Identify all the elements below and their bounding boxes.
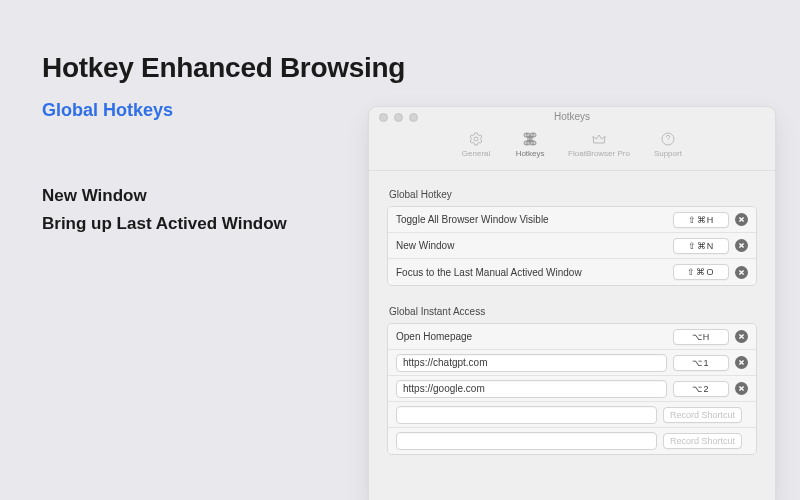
titlebar: Hotkeys [369, 107, 775, 127]
shortcut-recorder[interactable]: ⇧⌘N [673, 238, 729, 254]
section-label-instant-access: Global Instant Access [389, 306, 757, 317]
shortcut-recorder[interactable]: Record Shortcut [663, 407, 742, 423]
instant-url-input[interactable] [396, 432, 657, 450]
section-label-global-hotkey: Global Hotkey [389, 189, 757, 200]
toolbar: General Hotkeys FloatBrowser Pro Support [369, 127, 775, 171]
group-instant-access: Open Homepage ⌥H https://chatgpt.com ⌥1 … [387, 323, 757, 455]
instant-url-input[interactable] [396, 406, 657, 424]
clear-shortcut-button[interactable] [735, 330, 748, 343]
instant-row: Record Shortcut [388, 402, 756, 428]
tab-label: Support [654, 149, 682, 158]
instant-row: https://google.com ⌥2 [388, 376, 756, 402]
shortcut-recorder[interactable]: ⌥2 [673, 381, 729, 397]
window-title: Hotkeys [369, 111, 775, 122]
hero-feature-1: New Window [42, 186, 147, 206]
hotkey-label: Toggle All Browser Window Visible [396, 214, 673, 225]
instant-row: https://chatgpt.com ⌥1 [388, 350, 756, 376]
instant-url-input[interactable]: https://chatgpt.com [396, 354, 667, 372]
hero-feature-2: Bring up Last Actived Window [42, 214, 287, 234]
instant-row: Open Homepage ⌥H [388, 324, 756, 350]
tab-support[interactable]: Support [648, 129, 688, 160]
hotkey-row: Focus to the Last Manual Actived Window … [388, 259, 756, 285]
tab-label: Hotkeys [516, 149, 545, 158]
tab-pro[interactable]: FloatBrowser Pro [564, 129, 634, 160]
svg-point-2 [667, 142, 668, 143]
hero-title: Hotkey Enhanced Browsing [42, 52, 405, 84]
tab-hotkeys[interactable]: Hotkeys [510, 129, 550, 160]
instant-label: Open Homepage [396, 331, 673, 342]
instant-url-input[interactable]: https://google.com [396, 380, 667, 398]
group-global-hotkey: Toggle All Browser Window Visible ⇧⌘H Ne… [387, 206, 757, 286]
tab-label: FloatBrowser Pro [568, 149, 630, 158]
shortcut-recorder[interactable]: ⇧⌘O [673, 264, 729, 280]
shortcut-recorder[interactable]: ⌥1 [673, 355, 729, 371]
shortcut-recorder[interactable]: Record Shortcut [663, 433, 742, 449]
clear-shortcut-button[interactable] [735, 213, 748, 226]
tab-label: General [462, 149, 490, 158]
question-icon [660, 131, 676, 147]
tab-general[interactable]: General [456, 129, 496, 160]
clear-shortcut-button[interactable] [735, 266, 748, 279]
hotkey-row: New Window ⇧⌘N [388, 233, 756, 259]
clear-shortcut-button[interactable] [735, 382, 748, 395]
hero-subtitle: Global Hotkeys [42, 100, 173, 121]
content-pane: Global Hotkey Toggle All Browser Window … [369, 171, 775, 473]
instant-row: Record Shortcut [388, 428, 756, 454]
hotkey-label: Focus to the Last Manual Actived Window [396, 267, 673, 278]
hotkey-row: Toggle All Browser Window Visible ⇧⌘H [388, 207, 756, 233]
svg-point-0 [474, 137, 478, 141]
gear-icon [468, 131, 484, 147]
shortcut-recorder[interactable]: ⌥H [673, 329, 729, 345]
command-icon [522, 131, 538, 147]
hotkey-label: New Window [396, 240, 673, 251]
crown-icon [591, 131, 607, 147]
clear-shortcut-button[interactable] [735, 356, 748, 369]
preferences-window: Hotkeys General Hotkeys FloatBrowser Pro… [368, 106, 776, 500]
clear-shortcut-button[interactable] [735, 239, 748, 252]
shortcut-recorder[interactable]: ⇧⌘H [673, 212, 729, 228]
